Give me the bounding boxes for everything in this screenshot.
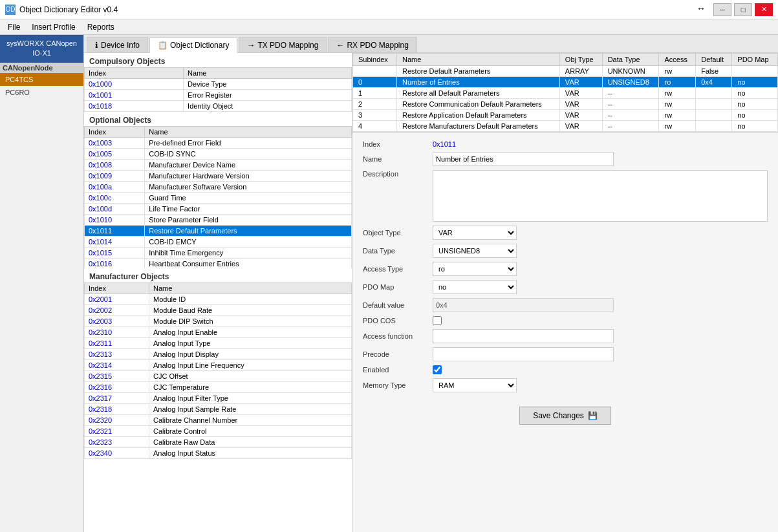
table-row[interactable]: 0x1018Identity Object [85,101,352,112]
table-row[interactable]: 0x1001Error Register [85,90,352,101]
table-row[interactable]: 0x100dLife Time Factor [85,204,352,215]
table-row[interactable]: 0x2316CJC Temperature [85,382,352,393]
index-cell[interactable]: 0x2001 [85,294,149,305]
object-type-select[interactable]: VAR ARRAY RECORD [433,226,517,240]
name-cell: Device Type [184,79,352,90]
table-row[interactable]: 0x1000Device Type [85,79,352,90]
index-cell[interactable]: 0x2340 [85,448,149,459]
table-row[interactable]: 0x1014COB-ID EMCY [85,237,352,248]
enabled-checkbox[interactable] [433,365,442,374]
index-cell[interactable]: 0x1003 [85,138,145,149]
table-row[interactable]: 4 Restore Manufacturers Default Paramete… [353,121,778,132]
description-label: Description [363,170,427,178]
index-cell[interactable]: 0x2323 [85,437,149,448]
table-row[interactable]: 0x2323Calibrate Raw Data [85,437,352,448]
index-cell[interactable]: 0x1016 [85,259,145,269]
table-row[interactable]: 0x2310Analog Input Enable [85,327,352,338]
table-row[interactable]: 0x2318Analog Input Sample Rate [85,404,352,415]
access-cell: rw [659,110,696,121]
sidebar-item-pc4tcs[interactable]: PC4TCS [0,73,83,86]
index-cell[interactable]: 0x2314 [85,360,149,371]
default-value-input[interactable] [433,298,614,312]
table-row[interactable]: 0x2315CJC Offset [85,371,352,382]
table-row[interactable]: 0 Number of Entries VAR UNSIGNED8 ro 0x4… [353,77,778,88]
resize-indicator: ↔ [697,3,706,16]
description-input[interactable] [433,170,768,222]
table-row[interactable]: 1 Restore all Default Parameters VAR -- … [353,88,778,99]
table-row[interactable]: 0x2321Calibrate Control [85,426,352,437]
tab-object-dictionary[interactable]: 📋 Object Dictionary [149,37,237,53]
index-cell[interactable]: 0x1005 [85,149,145,160]
index-cell[interactable]: 0x2310 [85,327,149,338]
access-function-input[interactable] [433,329,614,343]
index-cell[interactable]: 0x1018 [85,101,184,112]
memory-type-label: Memory Type [363,381,427,389]
index-cell[interactable]: 0x100d [85,204,145,215]
save-button[interactable]: Save Changes 💾 [519,407,611,425]
index-cell[interactable]: 0x2002 [85,305,149,316]
table-row[interactable]: 0x1009Manufacturer Hardware Version [85,171,352,182]
index-cell[interactable]: 0x2003 [85,316,149,327]
table-row[interactable]: 0x1008Manufacturer Device Name [85,160,352,171]
index-cell[interactable]: 0x1000 [85,79,184,90]
tab-device-info[interactable]: ℹ Device Info [87,37,148,52]
index-cell[interactable]: 0x1014 [85,237,145,248]
titlebar-title: Object Dictionary Editor v0.4 [19,5,118,14]
table-row[interactable]: 3 Restore Application Default Parameters… [353,110,778,121]
table-row[interactable]: 0x2311Analog Input Type [85,338,352,349]
data-type-select[interactable]: UNSIGNED8 UNSIGNED16 UNSIGNED32 [433,244,517,258]
table-row[interactable]: 0x2340Analog Input Status [85,448,352,459]
table-row[interactable]: 0x1010Store Parameter Field [85,215,352,226]
index-cell[interactable]: 0x2315 [85,371,149,382]
index-cell[interactable]: 0x100a [85,182,145,193]
menu-reports[interactable]: Reports [82,20,120,34]
maximize-button[interactable]: □ [734,3,752,16]
index-cell[interactable]: 0x100c [85,193,145,204]
tab-tx-pdo-mapping[interactable]: → TX PDO Mapping [239,37,327,52]
tab-rx-pdo-mapping[interactable]: ← RX PDO Mapping [328,37,416,52]
precode-input[interactable] [433,347,614,361]
minimize-button[interactable]: ─ [713,3,731,16]
table-row[interactable]: 0x2002Module Baud Rate [85,305,352,316]
index-cell[interactable]: 0x2311 [85,338,149,349]
index-cell[interactable]: 0x2318 [85,404,149,415]
index-cell[interactable]: 0x1010 [85,215,145,226]
table-row[interactable]: 0x1003Pre-defined Error Field [85,138,352,149]
index-cell[interactable]: 0x2316 [85,382,149,393]
table-row[interactable]: 0x1005COB-ID SYNC [85,149,352,160]
menu-insert-profile[interactable]: Insert Profile [27,20,80,34]
pdo-cos-checkbox[interactable] [433,316,442,325]
table-row[interactable]: 0x2314Analog Input Line Frequency [85,360,352,371]
table-row[interactable]: 0x100cGuard Time [85,193,352,204]
table-row[interactable]: 0x2313Analog Input Display [85,349,352,360]
table-row[interactable]: 0x2001Module ID [85,294,352,305]
index-cell[interactable]: 0x2317 [85,393,149,404]
index-cell[interactable]: 0x1009 [85,171,145,182]
close-button[interactable]: ✕ [755,3,773,16]
table-row[interactable]: Restore Default Parameters ARRAY UNKNOWN… [353,66,778,77]
table-row[interactable]: 0x2003Module DIP Switch [85,316,352,327]
name-input[interactable] [433,152,614,166]
table-row[interactable]: 0x1015Inhibit Time Emergency [85,248,352,259]
index-cell[interactable]: 0x2313 [85,349,149,360]
table-row[interactable]: 0x2317Analog Input Filter Type [85,393,352,404]
table-row[interactable]: 2 Restore Communication Default Paramete… [353,99,778,110]
index-cell[interactable]: 0x1015 [85,248,145,259]
optional-scroll[interactable]: Index Name 0x1003Pre-defined Error Field… [84,126,352,268]
name-cell: Calibrate Control [149,426,352,437]
index-cell[interactable]: 0x2321 [85,426,149,437]
pdo-map-select[interactable]: no optional default [433,280,517,294]
table-row[interactable]: 0x1016Heartbeat Consumer Entries [85,259,352,269]
name-cell: Manufacturer Hardware Version [145,171,352,182]
sidebar-item-pc6ro[interactable]: PC6RO [0,86,83,99]
index-cell[interactable]: 0x2320 [85,415,149,426]
index-cell[interactable]: 0x1008 [85,160,145,171]
index-cell[interactable]: 0x1001 [85,90,184,101]
memory-type-select[interactable]: RAM ROM EEPROM [433,378,517,392]
table-row[interactable]: 0x1011Restore Default Parameters [85,226,352,237]
table-row[interactable]: 0x2320Calibrate Channel Number [85,415,352,426]
access-type-select[interactable]: ro rw wo const [433,262,517,276]
menu-file[interactable]: File [3,20,25,34]
table-row[interactable]: 0x100aManufacturer Software Version [85,182,352,193]
index-cell[interactable]: 0x1011 [85,226,145,237]
